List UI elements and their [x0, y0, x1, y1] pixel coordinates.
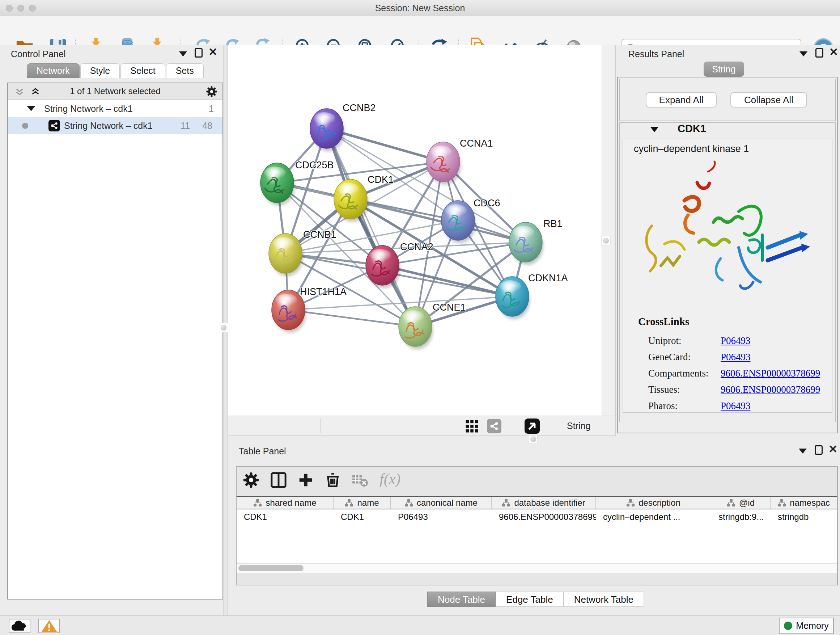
tab-string[interactable]: String	[704, 62, 744, 77]
left-splitter-handle[interactable]	[219, 323, 228, 333]
control-panel-close-icon[interactable]: ✕	[208, 48, 218, 57]
crosslink-link[interactable]: P06493	[721, 335, 751, 347]
network-node-CDC6[interactable]: CDC6	[441, 198, 500, 243]
column-header-@id[interactable]: @id	[711, 497, 771, 509]
column-header-shared-name[interactable]: shared name	[237, 497, 333, 509]
window-title: Session: New Session	[0, 0, 840, 16]
collection-count: 1	[209, 103, 214, 114]
tree-collapse-icon[interactable]	[27, 106, 35, 111]
table-hscrollbar[interactable]	[237, 563, 837, 573]
network-node-RB1[interactable]: RB1	[509, 218, 562, 265]
horizontal-splitter-handle[interactable]	[529, 435, 538, 443]
tab-select[interactable]: Select	[120, 63, 165, 78]
crosslink-link[interactable]: 9606.ENSP00000378699	[721, 368, 820, 379]
delete-column-icon[interactable]	[325, 472, 341, 488]
network-canvas[interactable]: CCNB2CCNA1CDC25BCDK1CDC6RB1CCNB1CCNA2CDK…	[228, 45, 602, 416]
network-selection-summary: 1 of 1 Network selected	[8, 86, 223, 96]
table-cell[interactable]: CDK1	[237, 509, 333, 524]
sitemap-icon	[727, 499, 736, 507]
memory-button[interactable]: Memory	[779, 618, 834, 633]
gear-icon[interactable]	[243, 472, 259, 488]
network-tree-child-row[interactable]: String Network – cdk1 11 48	[8, 117, 223, 134]
results-panel-close-icon[interactable]: ✕	[829, 48, 838, 57]
column-header-label: database identifier	[514, 498, 585, 508]
tab-edge-table[interactable]: Edge Table	[496, 592, 564, 607]
function-builder-icon[interactable]: f(x)	[379, 470, 401, 488]
gear-icon[interactable]	[206, 86, 218, 97]
node-label-CDC6: CDC6	[474, 198, 500, 209]
column-header-label: description	[638, 498, 681, 508]
crosslink-label: Uniprot:	[648, 335, 721, 347]
expand-all-button[interactable]: Expand All	[646, 92, 717, 108]
crosslink-link[interactable]: P06493	[721, 401, 751, 412]
sitemap-icon	[502, 499, 510, 507]
columns-icon[interactable]	[270, 472, 287, 488]
tab-node-table[interactable]: Node Table	[427, 592, 496, 607]
tab-network[interactable]: Network	[27, 63, 80, 78]
table-panel-float-icon[interactable]	[799, 448, 807, 454]
network-node-CCNB2[interactable]: CCNB2	[310, 103, 376, 151]
network-node-CCNE1[interactable]: CCNE1	[399, 302, 466, 349]
table-row[interactable]: CDK1CDK1P064939606.ENSP00000378699cyclin…	[237, 509, 837, 524]
sitemap-icon	[404, 499, 413, 507]
node-label-CDK1: CDK1	[368, 174, 393, 185]
crosslink-link[interactable]: P06493	[721, 352, 751, 363]
canvas-scrollbar[interactable]	[602, 45, 615, 416]
column-header-database-identifier[interactable]: database identifier	[492, 497, 596, 509]
network-view-toolbar: String Network – cdk1 1 – 0 0 – 0	[228, 416, 615, 435]
tab-sets[interactable]: Sets	[166, 63, 204, 78]
results-panel-maximize-icon[interactable]	[815, 48, 823, 57]
network-node-CCNB1[interactable]: CCNB1	[269, 229, 336, 276]
cloud-button[interactable]	[9, 619, 30, 633]
network-edge-HIST1H1A-CCNE1[interactable]	[288, 310, 415, 326]
crosslink-label: Compartments:	[648, 368, 721, 379]
node-table-container: f(x) shared namenamecanonical namedataba…	[236, 466, 838, 585]
control-panel-float-icon[interactable]	[179, 51, 187, 57]
network-node-CDK1[interactable]: CDK1	[334, 174, 393, 222]
network-tree-root-row[interactable]: String Network – cdk1 1	[8, 101, 223, 117]
delete-table-icon[interactable]	[352, 472, 368, 488]
node-label-CDC25B: CDC25B	[295, 160, 334, 171]
table-panel-close-icon[interactable]: ✕	[829, 445, 837, 454]
table-cell[interactable]: stringdb	[771, 509, 837, 524]
window-titlebar: Session: New Session	[0, 0, 840, 16]
crosslink-row: Pharos:P06493	[648, 401, 826, 412]
column-header-canonical-name[interactable]: canonical name	[391, 497, 492, 509]
column-header-description[interactable]: description	[596, 497, 711, 509]
column-header-label: canonical name	[417, 498, 477, 508]
right-splitter-handle[interactable]	[601, 236, 611, 245]
grid-icon[interactable]	[465, 420, 479, 433]
network-node-CDKN1A[interactable]: CDKN1A	[496, 272, 568, 319]
collapse-all-button[interactable]: Collapse All	[730, 92, 807, 108]
warning-button[interactable]	[38, 619, 60, 633]
column-header-namespac[interactable]: namespac	[771, 497, 837, 509]
table-tabs: Node TableEdge TableNetwork Table	[427, 592, 644, 607]
protein-collapse-icon[interactable]	[651, 127, 658, 132]
tab-style[interactable]: Style	[80, 63, 120, 78]
control-panel-maximize-icon[interactable]	[195, 48, 202, 57]
protein-detail-box: cyclin–dependent kinase 1	[622, 139, 832, 413]
table-cell[interactable]: stringdb:9...	[711, 509, 771, 524]
protein-section: CDK1 cyclin–dependent kinase 1	[619, 122, 836, 422]
cloud-icon	[9, 619, 30, 632]
add-column-icon[interactable]	[297, 472, 314, 488]
node-label-CCNB2: CCNB2	[343, 103, 376, 113]
table-cell[interactable]: cyclin–dependent ...	[596, 509, 711, 524]
network-node-HIST1H1A[interactable]: HIST1H1A	[272, 287, 347, 333]
birdseye-icon[interactable]	[524, 418, 540, 434]
table-cell[interactable]: P06493	[391, 509, 492, 524]
table-cell[interactable]: CDK1	[333, 509, 391, 524]
crosslink-link[interactable]: 9606.ENSP00000378699	[721, 384, 820, 395]
node-label-RB1: RB1	[543, 218, 562, 229]
share-icon[interactable]	[487, 419, 501, 433]
table-cell[interactable]: 9606.ENSP00000378699	[492, 509, 596, 524]
sitemap-icon	[626, 499, 635, 507]
node-table: shared namenamecanonical namedatabase id…	[237, 496, 837, 573]
current-network-dot	[22, 123, 28, 129]
results-panel-float-icon[interactable]	[799, 51, 807, 57]
control-panel-tabs: NetworkStyleSelectSets	[27, 63, 204, 78]
column-header-name[interactable]: name	[333, 497, 391, 509]
node-label-HIST1H1A: HIST1H1A	[300, 287, 347, 297]
tab-network-table[interactable]: Network Table	[564, 592, 644, 607]
table-panel-maximize-icon[interactable]	[815, 445, 823, 455]
